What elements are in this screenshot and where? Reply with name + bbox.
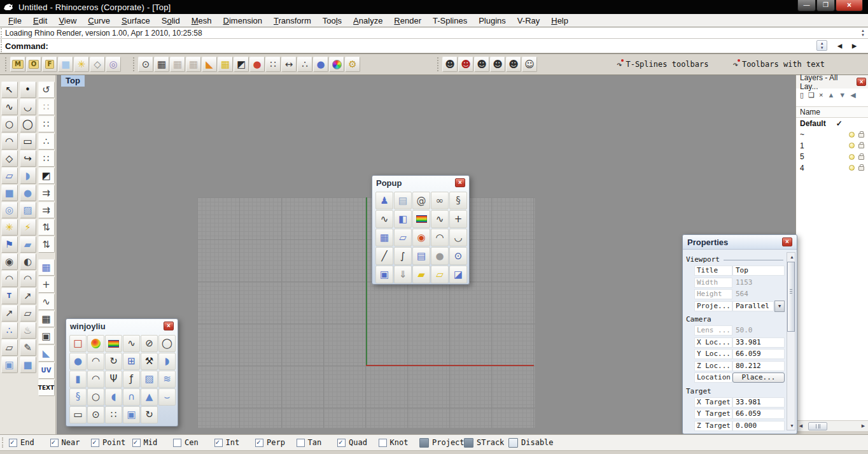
project-grid-icon[interactable]: ⇓ [394, 266, 412, 283]
menu-tools[interactable]: Tools [317, 15, 347, 27]
menu-vray[interactable]: V-Ray [512, 15, 545, 27]
arc-icon[interactable]: ◠ [1, 133, 18, 150]
menu-edit[interactable]: Edit [27, 15, 53, 27]
command-prev-icon[interactable]: ◀ [837, 43, 842, 49]
wire-box-icon[interactable]: □ [69, 335, 87, 352]
layer-row-5[interactable]: 5 [796, 152, 868, 163]
grid-dim-icon[interactable]: ▦ [170, 57, 185, 72]
radius-circle-icon[interactable]: ⊙ [138, 57, 153, 72]
flag-icon[interactable]: ⚑ [1, 236, 18, 253]
curve-handles-icon[interactable]: ◡ [449, 229, 467, 246]
layer-visibility-bulb-icon[interactable] [849, 154, 855, 160]
arc-handles-icon[interactable]: ◠ [431, 229, 449, 246]
uv-map-icon[interactable]: UV [38, 362, 55, 379]
insert-point-icon[interactable]: ∿ [123, 335, 140, 352]
arc-blend-icon[interactable]: ◠ [1, 271, 18, 287]
osnap-quad-checkbox[interactable] [337, 439, 346, 447]
property-value[interactable]: 0.000 [732, 421, 785, 431]
tag-o-icon[interactable]: O [26, 57, 41, 72]
check-circle-icon[interactable]: ◎ [106, 57, 121, 72]
rgb-color-icon[interactable]: ● [249, 57, 265, 72]
rainbow-sheet-icon[interactable] [105, 335, 122, 352]
osnap-end[interactable]: End [9, 438, 50, 447]
layers-name-header[interactable]: Name [796, 106, 868, 118]
winjoyliu-titlebar[interactable]: winjoyliu [66, 319, 178, 333]
toolbars-with-text-button[interactable]: ↷ Toolbars with text [726, 56, 830, 73]
scale-points-icon[interactable]: ↔ [281, 57, 297, 72]
gumball-icon[interactable]: ⊞ [123, 353, 140, 370]
osnap-mid[interactable]: Mid [132, 438, 174, 447]
menu-analyze[interactable]: Analyze [347, 15, 388, 27]
text-button[interactable]: TEXT [38, 380, 55, 396]
menu-help[interactable]: Help [545, 15, 574, 27]
bend-surface-icon[interactable]: ▱ [394, 229, 412, 246]
point-cloud-icon[interactable]: ∷ [265, 57, 281, 72]
render-sun-icon[interactable]: ✳ [74, 57, 89, 72]
rgb-circles-icon[interactable]: ◉ [1, 253, 18, 270]
diameter-circle-icon[interactable]: ⊘ [141, 335, 158, 352]
delete-layer-icon[interactable]: × [819, 92, 823, 99]
flow-curve-icon[interactable]: ∿ [431, 210, 449, 228]
cone-icon[interactable]: ▲ [141, 388, 158, 406]
flat-surface-icon[interactable]: ▱ [431, 266, 449, 283]
rotate-view-face-icon[interactable]: ☻ [442, 57, 458, 72]
split-curve-icon[interactable]: Ψ [105, 371, 122, 388]
move-up-icon[interactable]: ▲ [827, 92, 834, 99]
black-grid-icon[interactable]: ▦ [38, 311, 55, 327]
osnap-tan[interactable]: Tan [297, 438, 338, 447]
restore-button[interactable]: ❐ [816, 0, 835, 11]
circle-points-icon[interactable]: ○ [87, 388, 104, 406]
blob-icon[interactable]: ◗ [158, 353, 176, 370]
tangent-circle-icon[interactable]: ⊙ [87, 406, 104, 423]
toggle-strack[interactable]: STrack [464, 438, 508, 448]
layer-row-1[interactable]: 1 [796, 140, 868, 152]
surface-points-icon[interactable]: ▱ [1, 167, 18, 184]
menu-render[interactable]: Render [388, 15, 427, 27]
menu-dimension[interactable]: Dimension [218, 15, 268, 27]
bent-pipe-icon[interactable]: ⌣ [158, 388, 176, 406]
polyline-points-icon[interactable]: ∿ [375, 210, 393, 228]
popup-titlebar[interactable]: Popup [372, 176, 469, 190]
scroll-thumb[interactable] [808, 422, 827, 430]
point-ring-icon[interactable]: ∷ [105, 406, 122, 423]
menu-curve[interactable]: Curve [82, 15, 116, 27]
command-grip[interactable] [1, 28, 3, 38]
offset-surface-icon[interactable]: ▤ [394, 192, 412, 209]
move-square-icon[interactable]: ↗ [20, 288, 36, 304]
dome-icon[interactable]: ∩ [123, 388, 140, 406]
toggle-disable[interactable]: Disable [508, 438, 553, 448]
wavy-sheet-icon[interactable]: ≋ [158, 371, 176, 388]
scroll-down-icon[interactable]: ▼ [787, 422, 797, 430]
flash-icon[interactable]: ⚡ [20, 219, 36, 236]
no-view-face-icon[interactable]: ☻ [458, 57, 473, 72]
layer-lock-icon[interactable] [858, 155, 864, 160]
text-object-icon[interactable]: T [1, 288, 18, 304]
osnap-near-checkbox[interactable] [50, 439, 59, 447]
winjoyliu-close-button[interactable] [164, 322, 174, 330]
osnap-knot-checkbox[interactable] [379, 439, 387, 447]
arc-points-icon[interactable]: ◠ [87, 353, 104, 370]
surface-light-icon[interactable]: ◣ [38, 345, 55, 362]
remove-point-line-icon[interactable]: ╱ [375, 247, 393, 265]
layer-visibility-bulb-icon[interactable] [849, 132, 855, 138]
uv-swap-icon[interactable]: ⇅ [38, 219, 55, 236]
toggle-strack-box[interactable] [464, 438, 473, 448]
scroll-right-icon[interactable]: ▶ [858, 423, 868, 429]
osnap-cen[interactable]: Cen [173, 438, 214, 447]
frame-view-face-icon[interactable]: ☻ [490, 57, 505, 72]
command-input[interactable]: Command: ▲▼ ◀ ▶ [0, 39, 868, 53]
blue-grid-icon[interactable]: ▦ [38, 259, 55, 276]
osnap-cen-checkbox[interactable] [173, 439, 181, 447]
osnap-int[interactable]: Int [214, 438, 256, 447]
color-wheel-icon[interactable] [329, 57, 344, 72]
scroll-left-icon[interactable]: ◀ [796, 423, 806, 429]
heat-surface-icon[interactable]: ♨ [20, 322, 36, 339]
layer-row-x[interactable]: ~ [796, 129, 868, 141]
layer-row-4[interactable]: 4 [796, 162, 868, 174]
sketch-circle-icon[interactable]: ↺ [38, 82, 55, 98]
extrude-vase-icon[interactable]: ♟ [375, 192, 393, 209]
rectangle-icon[interactable]: ▭ [20, 133, 36, 150]
picture-curve-icon[interactable]: ▣ [38, 328, 55, 344]
osnap-tan-checkbox[interactable] [297, 439, 305, 447]
surface-grid-icon[interactable]: ▦ [375, 229, 393, 246]
